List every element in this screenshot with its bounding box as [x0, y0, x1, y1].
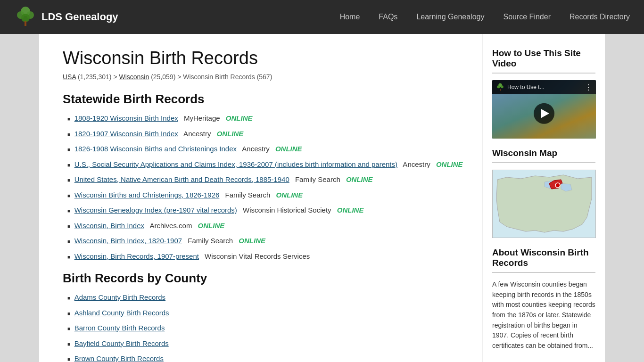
about-text: A few Wisconsin counties began keeping b…: [492, 280, 595, 351]
provider-text: MyHeritage: [182, 113, 222, 124]
breadcrumb-usa[interactable]: USA: [63, 73, 76, 81]
record-link[interactable]: U.S., Social Security Applications and C…: [74, 159, 397, 170]
list-item: Wisconsin Births and Christenings, 1826-…: [67, 190, 463, 201]
provider-text: Ancestry: [182, 129, 213, 140]
list-item: Bayfield County Birth Records: [67, 338, 463, 349]
svg-rect-4: [25, 21, 26, 26]
list-item: 1808-1920 Wisconsin Birth Index MyHerita…: [67, 113, 463, 124]
list-item: Wisconsin, Birth Index, 1820-1907 Family…: [67, 236, 463, 247]
list-item: Adams County Birth Records: [67, 292, 463, 303]
video-header-bar: How to Use t... ⋮: [492, 80, 596, 94]
sidebar-divider: [492, 73, 595, 74]
online-badge: ONLINE: [346, 174, 373, 185]
video-title-overlay: How to Use t...: [507, 84, 545, 90]
video-menu-dots[interactable]: ⋮: [585, 83, 592, 92]
provider-text: Wisconsin Historical Society: [241, 205, 333, 216]
breadcrumb-state-count: (25,059) > Wisconsin Birth Records (567): [151, 73, 272, 81]
brand-logo[interactable]: LDS Genealogy: [14, 6, 118, 28]
breadcrumb-usa-count: (1,235,301) >: [78, 73, 119, 81]
nav-records-directory[interactable]: Records Directory: [570, 13, 630, 21]
online-badge: ONLINE: [217, 129, 244, 140]
record-link[interactable]: 1826-1908 Wisconsin Births and Christeni…: [74, 144, 237, 155]
about-divider: [492, 272, 595, 273]
provider-text: Ancestry: [240, 144, 272, 155]
video-section-title: How to Use This Site Video: [492, 48, 595, 69]
online-badge: ONLINE: [198, 221, 225, 231]
record-link[interactable]: United States, Native American Birth and…: [74, 174, 289, 185]
main-content: Wisconsin Birth Records USA (1,235,301) …: [39, 34, 482, 362]
record-link[interactable]: Wisconsin Genealogy Index (pre-1907 vita…: [74, 205, 237, 216]
wisconsin-map[interactable]: [492, 170, 596, 238]
nav-faqs[interactable]: FAQs: [379, 13, 397, 21]
svg-point-3: [21, 14, 30, 22]
county-record-link[interactable]: Barron County Birth Records: [74, 323, 165, 334]
list-item: U.S., Social Security Applications and C…: [67, 159, 463, 170]
record-link[interactable]: Wisconsin Births and Christenings, 1826-…: [74, 190, 220, 201]
record-link[interactable]: 1820-1907 Wisconsin Birth Index: [74, 129, 178, 140]
sidebar: How to Use This Site Video How to Use t.…: [482, 34, 605, 362]
county-record-list: Adams County Birth Records Ashland Count…: [63, 292, 463, 362]
statewide-record-list: 1808-1920 Wisconsin Birth Index MyHerita…: [63, 113, 463, 262]
map-divider: [492, 162, 595, 163]
provider-text: Archives.com: [148, 221, 194, 231]
map-svg: [493, 170, 596, 238]
provider-text: Wisconsin Vital Records Services: [203, 251, 310, 262]
record-link[interactable]: Wisconsin, Birth Index: [74, 221, 144, 231]
list-item: Wisconsin, Birth Records, 1907-present W…: [67, 251, 463, 262]
county-record-link[interactable]: Adams County Birth Records: [74, 292, 165, 303]
list-item: Wisconsin Genealogy Index (pre-1907 vita…: [67, 205, 463, 216]
video-thumbnail[interactable]: How to Use t... ⋮: [492, 80, 596, 139]
breadcrumb: USA (1,235,301) > Wisconsin (25,059) > W…: [63, 73, 463, 81]
online-badge: ONLINE: [436, 159, 463, 170]
svg-point-7: [501, 85, 504, 88]
video-tree-icon: [496, 83, 504, 91]
about-section-title: About Wisconsin Birth Records: [492, 247, 595, 268]
list-item: Barron County Birth Records: [67, 323, 463, 334]
page-wrapper: Wisconsin Birth Records USA (1,235,301) …: [39, 34, 605, 362]
list-item: 1820-1907 Wisconsin Birth Index Ancestry…: [67, 129, 463, 140]
breadcrumb-state[interactable]: Wisconsin: [119, 73, 149, 81]
list-item: 1826-1908 Wisconsin Births and Christeni…: [67, 144, 463, 155]
county-section-title: Birth Records by County: [63, 271, 463, 286]
brand-name: LDS Genealogy: [41, 11, 118, 23]
provider-text: Family Search: [293, 174, 342, 185]
provider-text: Family Search: [223, 190, 272, 201]
county-record-link[interactable]: Ashland County Birth Records: [74, 308, 169, 319]
online-badge: ONLINE: [275, 144, 302, 155]
record-link[interactable]: 1808-1920 Wisconsin Birth Index: [74, 113, 178, 124]
county-record-link[interactable]: Bayfield County Birth Records: [74, 338, 169, 349]
nav-learning-genealogy[interactable]: Learning Genealogy: [416, 13, 484, 21]
map-section-title: Wisconsin Map: [492, 148, 595, 158]
svg-rect-8: [500, 89, 501, 91]
list-item: Wisconsin, Birth Index Archives.com ONLI…: [67, 221, 463, 231]
statewide-section-title: Statewide Birth Records: [63, 92, 463, 107]
nav-links: Home FAQs Learning Genealogy Source Find…: [340, 13, 630, 21]
nav-home[interactable]: Home: [340, 13, 360, 21]
svg-point-10: [555, 183, 560, 188]
tree-icon: [14, 6, 37, 28]
online-badge: ONLINE: [239, 236, 265, 247]
provider-text: Family Search: [186, 236, 235, 247]
list-item: United States, Native American Birth and…: [67, 174, 463, 185]
online-badge: ONLINE: [276, 190, 303, 201]
record-link[interactable]: Wisconsin, Birth Index, 1820-1907: [74, 236, 182, 247]
navbar: LDS Genealogy Home FAQs Learning Genealo…: [0, 0, 644, 34]
county-record-link[interactable]: Brown County Birth Records: [74, 354, 164, 362]
svg-point-6: [497, 85, 500, 88]
page-title: Wisconsin Birth Records: [63, 48, 463, 68]
list-item: Brown County Birth Records: [67, 354, 463, 362]
provider-text: Ancestry: [401, 159, 432, 170]
online-badge: ONLINE: [337, 205, 364, 216]
video-play-button[interactable]: [534, 103, 554, 124]
list-item: Ashland County Birth Records: [67, 308, 463, 319]
record-link[interactable]: Wisconsin, Birth Records, 1907-present: [74, 251, 199, 262]
online-badge: ONLINE: [226, 113, 253, 124]
nav-source-finder[interactable]: Source Finder: [503, 13, 551, 21]
